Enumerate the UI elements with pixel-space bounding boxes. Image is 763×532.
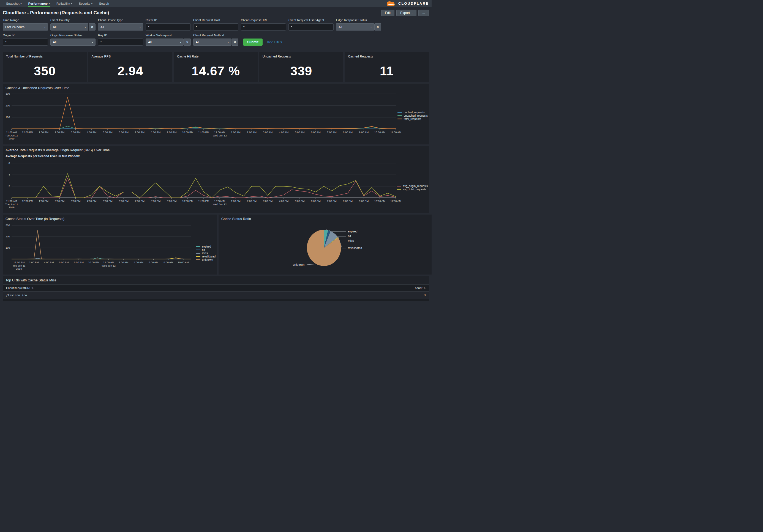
filter-input-client-request-user-agent[interactable] <box>288 23 334 31</box>
clear-filter-button[interactable]: ✕ <box>374 23 381 31</box>
legend-swatch <box>397 112 402 113</box>
metric-card-uncached-requests: Uncached Requests339 <box>259 52 344 82</box>
x-axis-tick-label: 9:00 AM <box>359 131 369 134</box>
cloudflare-logo: CLOUDFLARE <box>385 0 429 7</box>
y-axis-tick-label: 200 <box>6 235 10 238</box>
y-axis-tick-label: 4 <box>9 173 10 176</box>
line-chart-cache-status-over-time-in-requests: 10020030012:00 PMTue Jun 1120192:00 PM4:… <box>3 224 214 275</box>
nav-item-performance[interactable]: Performance▾ <box>25 0 53 7</box>
filter-select-worker-subrequest[interactable]: All▾ <box>146 39 183 46</box>
filter-input-origin-ip[interactable] <box>3 39 48 46</box>
metric-label: Total Number of Requests <box>6 55 43 58</box>
panel-avg-rps-over-time: Average Total Requests & Average Origin … <box>3 146 429 213</box>
x-axis-tick-label: 4:00 PM <box>87 200 96 203</box>
button-label: Edit <box>385 11 391 15</box>
filter-select-time-range[interactable]: Last 24 hours▾ <box>3 23 48 31</box>
chart-title: Cache Status Ratio <box>219 215 432 221</box>
x-axis-tick-label: 4:00 AM <box>279 131 288 134</box>
nav-item-snapshot[interactable]: Snapshot▾ <box>3 0 25 7</box>
legend-item-uncached-requests[interactable]: uncached_requests <box>397 114 428 117</box>
legend-item-hit[interactable]: hit <box>196 248 216 251</box>
legend-label: cached_requests <box>404 111 425 114</box>
pie-label-unknown: unknown <box>293 263 304 266</box>
series-line-total-requests <box>12 97 396 129</box>
legend-item-unknown[interactable]: unknown <box>196 258 216 261</box>
x-axis-date-label: Tue Jun 11 <box>5 134 18 137</box>
x-axis-tick-label: 10:00 AM <box>374 131 385 134</box>
x-axis-tick-label: 8:00 AM <box>164 261 173 264</box>
submit-button[interactable]: Submit <box>243 39 263 46</box>
filter-select-client-request-method[interactable]: All▾ <box>193 39 231 46</box>
legend-item-avg-origin-requests[interactable]: avg_origin_requests <box>397 185 428 188</box>
sort-icon[interactable]: ⇅ <box>31 287 34 290</box>
legend-item-revalidated[interactable]: revalidated <box>196 255 216 258</box>
nav-item-search[interactable]: Search <box>96 0 112 7</box>
y-axis-tick-label: 2 <box>9 185 10 188</box>
selected-value: All <box>339 25 342 29</box>
x-axis-tick-label: 4:00 AM <box>134 261 144 264</box>
x-axis-tick-label: 1:00 AM <box>231 131 241 134</box>
cloudflare-cloud-icon <box>385 1 397 6</box>
line-chart-cached-uncached-requests-over-time: 10020030011:00 AMTue Jun 11201912:00 PM1… <box>3 93 429 144</box>
filter-select-edge-response-status[interactable]: All▾ <box>336 23 374 31</box>
chevron-down-icon: ▾ <box>140 26 141 28</box>
x-axis-tick-label: 9:00 PM <box>167 131 176 134</box>
x-axis-tick-label: 5:00 PM <box>103 131 112 134</box>
legend-item-cached-requests[interactable]: cached_requests <box>397 111 428 114</box>
x-axis-date-label: 2019 <box>9 137 14 140</box>
x-axis-tick-label: 2:00 AM <box>247 131 257 134</box>
column-header-clientrequesturi[interactable]: ClientRequestURI⇅ <box>3 285 379 292</box>
filter-select-client-country[interactable]: All▾ <box>51 23 88 31</box>
clear-filter-button[interactable]: ✕ <box>184 39 191 46</box>
filter-input-ray-id[interactable] <box>98 39 143 46</box>
legend-item-avg-total-requests[interactable]: avg_total_requests <box>397 188 428 191</box>
count-cell: 2 <box>379 299 429 301</box>
x-axis-date-label: Tue Jun 11 <box>5 203 18 206</box>
x-axis-tick-label: 12:00 AM <box>103 261 114 264</box>
x-axis-tick-label: 10:00 PM <box>182 200 193 203</box>
filter-select-origin-response-status[interactable]: All▾ <box>51 39 95 46</box>
more-button[interactable]: ... <box>418 10 429 16</box>
x-axis-tick-label: 2:00 PM <box>55 131 64 134</box>
column-header-count[interactable]: count⇅ <box>379 285 429 292</box>
button-label: ... <box>422 11 425 15</box>
chart-legend: avg_origin_requestsavg_total_requests <box>397 185 428 191</box>
y-axis-tick-label: 100 <box>6 116 10 119</box>
clear-filter-button[interactable]: ✕ <box>232 39 238 46</box>
metric-label: Average RPS <box>92 55 111 58</box>
nav-item-reliability[interactable]: Reliability▾ <box>53 0 75 7</box>
filter-label: Client IP <box>146 18 191 22</box>
x-axis-tick-label: 2:00 AM <box>247 200 257 203</box>
clear-filter-button[interactable]: ✕ <box>89 23 95 31</box>
filters-section: Time RangeLast 24 hours▾Client CountryAl… <box>0 17 432 50</box>
legend-swatch <box>397 186 401 187</box>
selected-value: Last 24 hours <box>5 25 25 29</box>
legend-item-miss[interactable]: miss <box>196 252 216 255</box>
legend-item-expired[interactable]: expired <box>196 245 216 248</box>
filter-label: Origin Response Status <box>51 34 95 37</box>
sort-icon[interactable]: ⇅ <box>423 287 426 290</box>
filter-label: Client Country <box>51 18 95 22</box>
filter-input-client-ip[interactable] <box>146 23 191 31</box>
filter-input-client-request-uri[interactable] <box>241 23 286 31</box>
x-axis-tick-label: 6:00 AM <box>311 131 321 134</box>
panel-cache-status-over-time: Cache Status Over Time (in Requests) 100… <box>3 215 217 275</box>
pie-chart-cache-status-ratio: expiredhitmissrevalidatedunknown <box>219 221 432 273</box>
chevron-down-icon: ▾ <box>85 26 86 28</box>
filter-client-device-type: Client Device TypeAll▾ <box>98 18 143 31</box>
count-cell: 3 <box>379 292 429 299</box>
edit-button[interactable]: Edit <box>381 10 395 16</box>
filter-input-client-request-host[interactable] <box>193 23 238 31</box>
filter-client-request-uri: Client Request URI <box>241 18 286 31</box>
legend-item-total-requests[interactable]: total_requests <box>397 118 428 121</box>
filter-label: Worker Subrequest <box>146 34 191 37</box>
nav-item-security[interactable]: Security▾ <box>75 0 96 7</box>
x-axis-tick-label: 11:00 PM <box>198 131 209 134</box>
filter-label: Client Request URI <box>241 18 286 22</box>
export-button[interactable]: Export▾ <box>396 10 416 16</box>
filter-select-client-device-type[interactable]: All▾ <box>98 23 143 31</box>
hide-filters-link[interactable]: Hide Filters <box>267 41 282 44</box>
chevron-down-icon: ▾ <box>91 2 92 5</box>
filter-client-request-method: Client Request MethodAll▾✕ <box>193 34 238 46</box>
legend-label: unknown <box>202 258 213 261</box>
